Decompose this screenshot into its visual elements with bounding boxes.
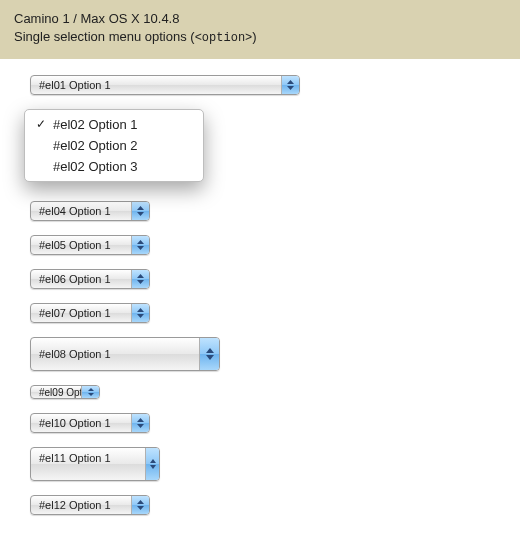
select-el07-label: #el07 Option 1 [31, 304, 131, 322]
header-title: Camino 1 / Max OS X 10.4.8 [14, 10, 506, 28]
select-el09-stepper[interactable] [81, 386, 99, 398]
svg-marker-0 [287, 80, 294, 84]
select-el10[interactable]: #el10 Option 1 [30, 413, 150, 433]
svg-marker-2 [137, 206, 144, 210]
chevron-up-icon [137, 418, 144, 422]
svg-marker-4 [137, 240, 144, 244]
check-icon: ✓ [35, 117, 47, 131]
select-el04[interactable]: #el04 Option 1 [30, 201, 150, 221]
header-subtitle-code: <option> [195, 31, 253, 45]
chevron-up-icon [137, 206, 144, 210]
select-el05-label: #el05 Option 1 [31, 236, 131, 254]
svg-marker-13 [88, 393, 94, 396]
dropdown-el02-option-2-label: #el02 Option 2 [53, 138, 138, 153]
select-el11[interactable]: #el11 Option 1 [30, 447, 160, 481]
select-el01-stepper[interactable] [281, 76, 299, 94]
row-el01: #el01 Option 1 [30, 75, 520, 95]
svg-marker-5 [137, 246, 144, 250]
svg-marker-17 [150, 465, 156, 469]
svg-marker-7 [137, 280, 144, 284]
select-el12[interactable]: #el12 Option 1 [30, 495, 150, 515]
svg-marker-6 [137, 274, 144, 278]
svg-marker-1 [287, 86, 294, 90]
select-el08[interactable]: #el08 Option 1 [30, 337, 220, 371]
select-el01[interactable]: #el01 Option 1 [30, 75, 300, 95]
chevron-down-icon [137, 314, 144, 318]
dropdown-el02-option-1[interactable]: ✓ #el02 Option 1 [25, 114, 203, 135]
select-el10-stepper[interactable] [131, 414, 149, 432]
row-el10: #el10 Option 1 [30, 413, 520, 433]
dropdown-el02-option-1-label: #el02 Option 1 [53, 117, 138, 132]
header-subtitle: Single selection menu options (<option>) [14, 28, 506, 47]
row-el04: #el04 Option 1 [30, 201, 520, 221]
select-el07[interactable]: #el07 Option 1 [30, 303, 150, 323]
header: Camino 1 / Max OS X 10.4.8 Single select… [0, 0, 520, 59]
svg-marker-11 [206, 355, 214, 360]
chevron-down-icon [287, 86, 294, 90]
svg-marker-8 [137, 308, 144, 312]
select-el08-label: #el08 Option 1 [31, 338, 199, 370]
dropdown-el02-option-3[interactable]: #el02 Option 3 [25, 156, 203, 177]
chevron-up-icon [88, 388, 94, 391]
chevron-up-icon [137, 308, 144, 312]
chevron-down-icon [206, 355, 214, 360]
chevron-down-icon [137, 280, 144, 284]
chevron-down-icon [137, 424, 144, 428]
select-el09[interactable]: #el09 Option 1 [30, 385, 100, 399]
dropdown-el02-option-3-label: #el02 Option 3 [53, 159, 138, 174]
chevron-up-icon [137, 274, 144, 278]
select-el11-label: #el11 Option 1 [31, 448, 145, 480]
select-el08-stepper[interactable] [199, 338, 219, 370]
svg-marker-14 [137, 418, 144, 422]
row-el09: #el09 Option 1 [30, 385, 520, 400]
row-el12: #el12 Option 1 [30, 495, 520, 515]
row-el05: #el05 Option 1 [30, 235, 520, 255]
header-subtitle-suffix: ) [252, 29, 256, 44]
svg-marker-15 [137, 424, 144, 428]
svg-marker-9 [137, 314, 144, 318]
chevron-down-icon [137, 246, 144, 250]
svg-marker-16 [150, 459, 156, 463]
select-el06-label: #el06 Option 1 [31, 270, 131, 288]
row-el07: #el07 Option 1 [30, 303, 520, 323]
content: #el01 Option 1 ✓ #el02 Option 1 #el02 Op… [0, 59, 520, 553]
select-el06[interactable]: #el06 Option 1 [30, 269, 150, 289]
select-el06-stepper[interactable] [131, 270, 149, 288]
chevron-up-icon [137, 500, 144, 504]
chevron-down-icon [88, 393, 94, 396]
select-el10-label: #el10 Option 1 [31, 414, 131, 432]
select-el04-label: #el04 Option 1 [31, 202, 131, 220]
chevron-down-icon [137, 506, 144, 510]
dropdown-el02[interactable]: ✓ #el02 Option 1 #el02 Option 2 #el02 Op… [24, 109, 204, 182]
select-el11-stepper[interactable] [145, 448, 159, 480]
svg-marker-10 [206, 348, 214, 353]
dropdown-el02-option-2[interactable]: #el02 Option 2 [25, 135, 203, 156]
select-el09-label: #el09 Option 1 [31, 386, 81, 398]
chevron-down-icon [137, 212, 144, 216]
select-el05-stepper[interactable] [131, 236, 149, 254]
select-el12-label: #el12 Option 1 [31, 496, 131, 514]
svg-marker-19 [137, 506, 144, 510]
select-el05[interactable]: #el05 Option 1 [30, 235, 150, 255]
chevron-up-icon [287, 80, 294, 84]
svg-marker-18 [137, 500, 144, 504]
chevron-up-icon [137, 240, 144, 244]
svg-marker-3 [137, 212, 144, 216]
select-el07-stepper[interactable] [131, 304, 149, 322]
chevron-up-icon [206, 348, 214, 353]
row-el02: ✓ #el02 Option 1 #el02 Option 2 #el02 Op… [30, 109, 520, 187]
select-el01-label: #el01 Option 1 [31, 76, 281, 94]
chevron-down-icon [150, 465, 156, 469]
select-el04-stepper[interactable] [131, 202, 149, 220]
select-el12-stepper[interactable] [131, 496, 149, 514]
row-el08: #el08 Option 1 [30, 337, 520, 371]
row-el06: #el06 Option 1 [30, 269, 520, 289]
chevron-up-icon [150, 459, 156, 463]
header-subtitle-prefix: Single selection menu options ( [14, 29, 195, 44]
row-el11: #el11 Option 1 [30, 447, 520, 481]
svg-marker-12 [88, 388, 94, 391]
